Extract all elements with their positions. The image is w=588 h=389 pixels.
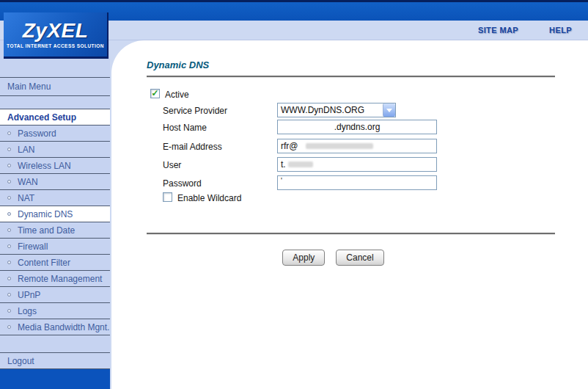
enable-wildcard-label: Enable Wildcard xyxy=(177,193,241,203)
sidebar-item-upnp[interactable]: UPnP xyxy=(0,287,110,303)
sidebar-item-lan[interactable]: LAN xyxy=(0,142,110,158)
host-name-value: .dyndns.org xyxy=(334,122,381,132)
sidebar-item-nat[interactable]: NAT xyxy=(0,190,110,206)
sidebar-item-label: Dynamic DNS xyxy=(18,209,73,219)
sidebar-item-firewall[interactable]: Firewall xyxy=(0,239,110,255)
help-link[interactable]: HELP xyxy=(549,26,572,34)
sidebar-spacer xyxy=(0,96,110,109)
password-label: Password xyxy=(163,178,202,189)
host-name-label: Host Name xyxy=(163,123,207,133)
email-address-value: rfr@ xyxy=(281,141,298,151)
active-checkbox[interactable]: ✓ xyxy=(150,89,160,98)
sidebar-item-label: Media Bandwidth Mgnt. xyxy=(18,322,109,332)
sidebar-item-label: Firewall xyxy=(18,241,48,252)
chevron-down-icon xyxy=(386,109,392,112)
sidebar-spacer xyxy=(0,59,110,78)
sidebar-item-content-filter[interactable]: Content Filter xyxy=(0,255,110,271)
bullet-icon xyxy=(7,277,11,280)
sidebar-item-dynamic-dns[interactable]: Dynamic DNS xyxy=(0,206,110,222)
sidebar-item-label: WAN xyxy=(18,177,38,187)
brand-tagline: TOTAL INTERNET ACCESS SOLUTION xyxy=(7,43,104,48)
password-input[interactable]: ' xyxy=(277,175,437,190)
email-address-label: E-mail Address xyxy=(163,142,222,152)
bullet-icon xyxy=(7,309,11,313)
sidebar-item-label: Wireless LAN xyxy=(18,161,71,171)
sidebar-item-label: Password xyxy=(18,128,56,139)
sidebar-item-logout[interactable]: Logout xyxy=(0,353,110,369)
email-address-input[interactable]: rfr@ xyxy=(277,139,437,153)
bullet-icon xyxy=(7,244,11,248)
sidebar-item-label: LAN xyxy=(18,145,34,155)
sidebar-item-logs[interactable]: Logs xyxy=(0,303,110,319)
apply-button[interactable]: Apply xyxy=(282,250,325,266)
bullet-icon xyxy=(7,180,11,183)
sidebar-item-password[interactable]: Password xyxy=(0,126,110,142)
dropdown-arrow-button[interactable] xyxy=(383,103,395,117)
sidebar-item-time-and-date[interactable]: Time and Date xyxy=(0,222,110,239)
button-row: Apply Cancel xyxy=(111,250,555,266)
content-panel: Dynamic DNS ✓ Active Service Provider WW… xyxy=(111,40,588,389)
sidebar-item-remote-management[interactable]: Remote Management xyxy=(0,271,110,287)
active-label: Active xyxy=(165,90,189,100)
title-divider xyxy=(147,76,555,77)
bullet-icon xyxy=(7,325,11,329)
sitemap-link[interactable]: SITE MAP xyxy=(478,26,518,34)
content-area: Dynamic DNS ✓ Active Service Provider WW… xyxy=(110,40,588,389)
sidebar-item-main-menu[interactable]: Main Menu xyxy=(0,78,110,96)
user-value: t. xyxy=(281,159,286,170)
sidebar: Main Menu Advanced Setup Password LAN Wi… xyxy=(0,40,110,389)
sidebar-section-advanced-setup[interactable]: Advanced Setup xyxy=(0,109,110,126)
service-provider-value: WWW.DynDNS.ORG xyxy=(281,105,383,115)
check-icon: ✓ xyxy=(151,88,158,98)
host-name-input[interactable]: .dyndns.org xyxy=(277,120,437,134)
bullet-icon xyxy=(7,261,11,264)
sidebar-item-label: Content Filter xyxy=(18,258,70,268)
bullet-icon xyxy=(7,131,11,135)
bullet-icon xyxy=(7,293,11,297)
sidebar-spacer xyxy=(0,335,110,353)
bullet-icon xyxy=(7,212,11,216)
enable-wildcard-checkbox[interactable] xyxy=(163,192,172,202)
bullet-icon xyxy=(7,228,11,232)
service-provider-label: Service Provider xyxy=(163,106,227,116)
sidebar-item-label: Logs xyxy=(18,306,37,316)
brand-name: ZyXEL xyxy=(23,21,89,41)
bullet-icon xyxy=(7,148,11,151)
zyxel-logo: ZyXEL TOTAL INTERNET ACCESS SOLUTION xyxy=(4,12,109,59)
sidebar-item-label: Time and Date xyxy=(18,225,75,236)
sidebar-item-label: UPnP xyxy=(18,290,40,300)
bottom-divider xyxy=(147,233,555,234)
sidebar-item-label: Remote Management xyxy=(18,274,102,284)
cancel-button[interactable]: Cancel xyxy=(336,250,383,266)
sidebar-item-wan[interactable]: WAN xyxy=(0,174,110,190)
user-label: User xyxy=(163,160,181,170)
redacted-text xyxy=(288,161,313,167)
password-value: ' xyxy=(281,176,282,185)
sidebar-item-wireless-lan[interactable]: Wireless LAN xyxy=(0,158,110,174)
redacted-text xyxy=(306,143,373,149)
sidebar-footer-block xyxy=(0,369,110,389)
page-title: Dynamic DNS xyxy=(147,59,209,70)
sidebar-item-label: NAT xyxy=(18,193,34,203)
service-provider-select[interactable]: WWW.DynDNS.ORG xyxy=(277,103,396,117)
user-input[interactable]: t. xyxy=(277,157,437,172)
bullet-icon xyxy=(7,196,11,200)
sidebar-item-media-bandwidth-mgnt[interactable]: Media Bandwidth Mgnt. xyxy=(0,319,110,335)
bullet-icon xyxy=(7,164,11,167)
